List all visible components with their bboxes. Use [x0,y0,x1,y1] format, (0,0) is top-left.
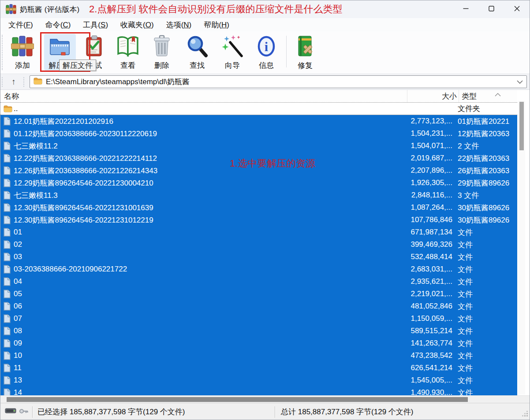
menu-item-F[interactable]: 文件(F) [2,19,39,31]
file-size: 1,504,231,... [404,129,454,138]
maximize-button[interactable] [478,0,504,18]
file-icon [0,277,14,286]
file-icon [0,141,14,150]
file-name: 12.30奶瓶酱896264546-20221231012219 [14,215,404,225]
toolbar-gripper [2,35,3,70]
file-size: 141,263,774 [404,339,454,348]
minimize-icon [463,5,469,13]
file-size: 589,515,214 [404,327,454,335]
toolbar-delete-label: 删除 [154,60,169,71]
file-size: 1,150,059,... [404,314,454,323]
file-icon [0,388,14,395]
file-size: 2,019,687,... [404,154,454,163]
file-name: 12.01奶瓶酱20221201202916 [14,116,404,126]
resize-grip[interactable] [522,410,528,419]
file-type: 文件 [454,277,517,287]
table-row[interactable]: 七三嫩模11.21,504,071,...2 文件 [0,140,517,152]
menu-item-N[interactable]: 选项(N) [160,19,198,31]
column-type[interactable]: 类型 [459,90,517,102]
table-row[interactable]: 071,150,059,...文件 [0,312,517,325]
table-row[interactable]: 01.12奶瓶酱2036388666-202301122206191,504,2… [0,127,517,140]
annotation-step1: 1.选中要解压的资源 [230,157,315,170]
file-type: 文件 [454,388,517,396]
minimize-button[interactable] [453,0,478,18]
test-clipboard-icon [82,34,106,59]
table-row[interactable]: 12.01奶瓶酱202212012029162,773,123,...01奶瓶酱… [0,115,517,127]
table-row[interactable]: 06481,052,846文件 [0,300,517,312]
table-row[interactable]: 141,490,930,...文件 [0,387,517,395]
h-scrollbar-thumb[interactable] [7,397,468,402]
v-scrollbar-thumb[interactable] [519,102,524,150]
table-row[interactable]: 042,935,621,...文件 [0,275,517,288]
app-icon [6,4,16,15]
file-type: 29奶瓶酱89626 [454,178,517,188]
key-icon[interactable] [19,408,29,416]
toolbar-delete-button[interactable]: 删除 [146,34,178,71]
toolbar: 添加 解压到 [0,31,530,74]
file-type: 22奶瓶酱20363 [454,153,517,164]
table-row[interactable]: 09141,263,774文件 [0,337,517,349]
file-icon [0,191,14,200]
file-name: 07 [14,314,404,323]
toolbar-repair-button[interactable]: 修复 [289,34,321,71]
close-button[interactable] [504,0,530,18]
chevron-down-icon[interactable] [517,80,523,84]
file-type: 30奶瓶酱89626 [454,215,517,225]
rows: ..文件夹12.01奶瓶酱202212012029162,773,123,...… [0,103,517,395]
file-name: 03-2036388666-20210906221722 [14,265,404,274]
toolbar-wizard-button[interactable]: 向导 [216,34,248,71]
file-type: 文件 [454,252,517,262]
table-row[interactable]: 052,219,021,...文件 [0,288,517,300]
column-size[interactable]: 大小 [407,90,459,102]
toolbar-add-button[interactable]: 添加 [7,34,38,71]
extract-tooltip: 解压文件 [59,59,96,71]
toolbar-info-label: 信息 [259,60,274,71]
toolbar-find-button[interactable]: 查找 [181,34,213,71]
table-row[interactable]: 七三嫩模11.32,848,116,...3 文件 [0,189,517,201]
toolbar-info-button[interactable]: i 信息 [250,34,282,71]
close-icon [514,5,520,13]
file-name: .. [14,104,404,113]
menu-item-H[interactable]: 帮助(H) [198,19,235,31]
h-scrollbar[interactable] [0,395,530,403]
menu-item-S[interactable]: 工具(S) [77,19,114,31]
file-icon [0,228,14,237]
toolbar-view-label: 查看 [120,60,135,71]
table-row[interactable]: 10473,238,542文件 [0,349,517,362]
drive-icon[interactable] [5,407,16,416]
toolbar-view-button[interactable]: 查看 [112,34,144,71]
table-row[interactable]: 12.29奶瓶酱896264546-202212300042101,926,30… [0,177,517,189]
table-row[interactable]: 131,545,005,...文件 [0,374,517,387]
up-button[interactable]: ↑ [5,76,22,88]
file-name: 02 [14,240,404,249]
file-type: 2 文件 [454,141,517,151]
file-size: 1,490,930,... [404,388,454,395]
titlebar: 奶瓶酱 (评估版本) 2.点解压到 软件会自动识别没有后缀的压缩文件是什么类型 [0,0,530,18]
table-row[interactable]: 01671,987,134文件 [0,226,517,238]
table-row[interactable]: 11626,541,214文件 [0,362,517,374]
address-bar: ↑ E:\SteamLibrary\steamapps\temp\dl\奶瓶酱 [0,74,530,90]
table-row[interactable]: 08589,515,214文件 [0,325,517,337]
file-icon [0,314,14,323]
file-size: 2,848,116,... [404,191,454,200]
table-row[interactable]: 03532,488,414文件 [0,251,517,263]
table-row[interactable]: ..文件夹 [0,103,517,115]
address-combo[interactable]: E:\SteamLibrary\steamapps\temp\dl\奶瓶酱 [30,75,527,88]
file-type: 文件 [454,314,517,324]
menu-item-O[interactable]: 收藏夹(O) [114,19,160,31]
table-row[interactable]: 03-2036388666-202109062217222,683,031,..… [0,263,517,275]
file-size: 2,219,021,... [404,290,454,298]
menu-item-C[interactable]: 命令(C) [39,19,77,31]
file-name: 06 [14,302,404,311]
file-name: 七三嫩模11.3 [14,190,404,201]
sort-caret-icon [494,90,501,99]
file-name: 03 [14,253,404,261]
table-row[interactable]: 12.30奶瓶酱896264546-20221231012219107,786,… [0,214,517,226]
add-books-icon [11,34,34,59]
table-row[interactable]: 12.30奶瓶酱896264546-202212310016391,087,26… [0,201,517,214]
v-scrollbar[interactable] [518,101,525,394]
table-row[interactable]: 02399,469,326文件 [0,238,517,251]
file-name: 01.12奶瓶酱2036388666-20230112220619 [14,129,404,139]
info-icon: i [254,34,278,59]
column-name[interactable]: 名称 [0,91,407,101]
